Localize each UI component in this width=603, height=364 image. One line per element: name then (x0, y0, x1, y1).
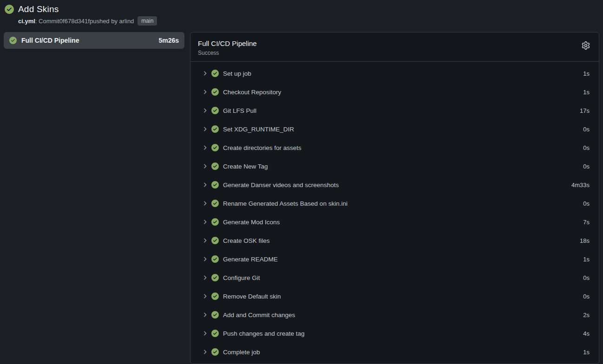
jobs-sidebar: Full CI/CD Pipeline 5m26s (4, 32, 184, 364)
commit-text-after: pushed by arlind (90, 17, 134, 25)
step-row[interactable]: Set up job 1s (190, 64, 599, 83)
step-status-success-icon (211, 162, 219, 170)
chevron-right-icon[interactable] (202, 256, 208, 262)
step-row[interactable]: Add and Commit changes 2s (190, 306, 599, 324)
step-name: Create OSK files (223, 237, 574, 244)
step-status-success-icon (211, 255, 219, 263)
chevron-right-icon[interactable] (202, 126, 208, 132)
chevron-right-icon[interactable] (202, 200, 208, 207)
step-status-success-icon (211, 237, 219, 244)
step-duration: 7s (583, 219, 590, 226)
step-duration: 1s (583, 349, 590, 356)
step-status-success-icon (211, 88, 219, 96)
chevron-right-icon[interactable] (202, 219, 208, 225)
job-panel-title: Full CI/CD Pipeline (198, 39, 591, 48)
job-settings-button[interactable] (581, 41, 590, 50)
job-detail-panel: Full CI/CD Pipeline Success (190, 32, 599, 364)
chevron-right-icon[interactable] (202, 163, 208, 169)
run-header: Add Skins ci.yml: Commit 0f678d341f push… (4, 3, 599, 26)
step-duration: 0s (583, 200, 590, 207)
run-title: Add Skins (18, 4, 59, 14)
branch-badge[interactable]: main (138, 16, 157, 26)
step-duration: 18s (580, 237, 590, 244)
chevron-right-icon[interactable] (202, 349, 208, 355)
step-name: Generate Danser videos and screenshots (223, 182, 566, 188)
step-name: Create directories for assets (223, 144, 577, 151)
step-status-success-icon (211, 218, 219, 226)
step-row[interactable]: Create New Tag 0s (190, 157, 599, 176)
step-duration: 0s (583, 163, 590, 170)
step-name: Complete job (223, 349, 577, 356)
step-row[interactable]: Set XDG_RUNTIME_DIR 0s (190, 120, 599, 138)
step-status-success-icon (211, 181, 219, 188)
job-status-success-icon (9, 37, 17, 44)
step-name: Rename Generated Assets Based on skin.in… (223, 200, 577, 207)
step-status-success-icon (211, 125, 219, 133)
step-row[interactable]: Generate Mod Icons 7s (190, 213, 599, 231)
chevron-right-icon[interactable] (202, 144, 208, 151)
step-name: Push changes and create tag (223, 330, 577, 337)
chevron-right-icon[interactable] (202, 330, 208, 337)
chevron-right-icon[interactable] (202, 312, 208, 318)
step-row[interactable]: Git LFS Pull 17s (190, 101, 599, 120)
step-status-success-icon (211, 107, 219, 114)
steps-list: Set up job 1s Checkout Repository 1s (190, 62, 599, 364)
gear-icon (582, 41, 590, 50)
run-content: Full CI/CD Pipeline 5m26s Full CI/CD Pip… (4, 32, 599, 364)
step-row[interactable]: Push changes and create tag 4s (190, 324, 599, 343)
step-duration: 17s (580, 107, 590, 114)
step-name: Remove Default skin (223, 293, 577, 300)
actions-run-page: Add Skins ci.yml: Commit 0f678d341f push… (0, 0, 603, 364)
step-row[interactable]: Generate Danser videos and screenshots 4… (190, 176, 599, 194)
step-duration: 4m33s (571, 182, 590, 188)
step-row[interactable]: Complete job 1s (190, 343, 599, 361)
job-name: Full CI/CD Pipeline (21, 37, 154, 44)
run-title-row: Add Skins (5, 3, 599, 16)
commit-sha: 0f678d341f (59, 17, 90, 25)
step-duration: 1s (583, 256, 590, 263)
step-duration: 1s (583, 70, 590, 77)
chevron-right-icon[interactable] (202, 293, 208, 299)
step-row[interactable]: Create directories for assets 0s (190, 138, 599, 157)
chevron-right-icon[interactable] (202, 237, 208, 244)
step-name: Set XDG_RUNTIME_DIR (223, 126, 577, 133)
step-name: Checkout Repository (223, 89, 577, 96)
step-status-success-icon (211, 70, 219, 77)
step-duration: 2s (583, 312, 590, 318)
step-status-success-icon (211, 330, 219, 337)
job-item-full-ci-cd-pipeline[interactable]: Full CI/CD Pipeline 5m26s (4, 32, 184, 49)
step-duration: 0s (583, 293, 590, 300)
step-duration: 0s (583, 126, 590, 133)
step-name: Create New Tag (223, 163, 577, 170)
commit-text-before: : Commit (35, 17, 59, 25)
step-name: Configure Git (223, 274, 577, 281)
workflow-file-label: ci.yml (18, 17, 35, 25)
step-row[interactable]: Rename Generated Assets Based on skin.in… (190, 194, 599, 213)
step-duration: 4s (583, 330, 590, 337)
job-duration: 5m26s (158, 37, 179, 44)
step-row[interactable]: Configure Git 0s (190, 268, 599, 287)
chevron-right-icon[interactable] (202, 70, 208, 77)
step-status-success-icon (211, 311, 219, 318)
step-status-success-icon (211, 144, 219, 151)
step-status-success-icon (211, 200, 219, 207)
step-name: Add and Commit changes (223, 312, 577, 318)
step-row[interactable]: Checkout Repository 1s (190, 83, 599, 101)
run-subtitle: ci.yml: Commit 0f678d341f pushed by arli… (18, 16, 599, 26)
step-row[interactable]: Create OSK files 18s (190, 231, 599, 250)
step-name: Generate README (223, 256, 577, 263)
chevron-right-icon[interactable] (202, 182, 208, 188)
step-name: Set up job (223, 70, 577, 77)
chevron-right-icon[interactable] (202, 89, 208, 95)
step-status-success-icon (211, 348, 219, 356)
job-panel-header: Full CI/CD Pipeline Success (190, 32, 599, 61)
run-status-success-icon (5, 5, 14, 14)
step-duration: 0s (583, 144, 590, 151)
job-panel-status: Success (198, 49, 591, 57)
step-duration: 0s (583, 274, 590, 281)
chevron-right-icon[interactable] (202, 107, 208, 114)
step-row[interactable]: Remove Default skin 0s (190, 287, 599, 306)
step-duration: 1s (583, 89, 590, 96)
step-row[interactable]: Generate README 1s (190, 250, 599, 268)
chevron-right-icon[interactable] (202, 274, 208, 281)
